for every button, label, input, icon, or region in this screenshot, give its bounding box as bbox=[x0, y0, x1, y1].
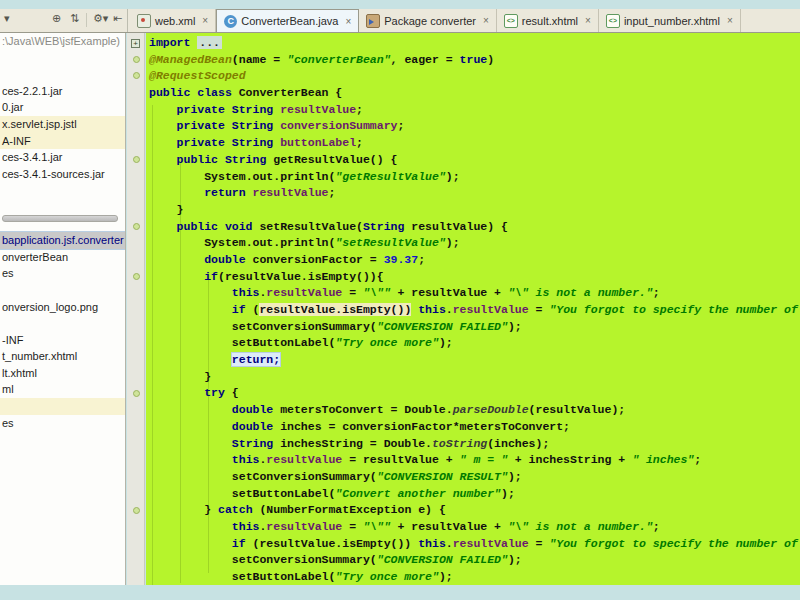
top-letterbox bbox=[0, 0, 800, 9]
code-line: setButtonLabel("Try once more"); bbox=[149, 335, 800, 352]
tab-converterbean-java[interactable]: C ConverterBean.java × bbox=[216, 9, 359, 32]
fold-marker-icon[interactable] bbox=[133, 273, 140, 280]
header-strip: ▾ ⊕ ⇅ ⚙▾ ⇤ web.xml × C ConverterBean.jav… bbox=[0, 9, 800, 33]
tree-item[interactable]: 0.jar bbox=[0, 99, 125, 116]
close-icon[interactable]: × bbox=[585, 15, 591, 26]
code-line: if (resultValue.isEmpty()) this.resultVa… bbox=[149, 302, 800, 319]
code-line: @ManagedBean(name = "converterBean", eag… bbox=[149, 52, 800, 69]
tree-item[interactable] bbox=[0, 315, 125, 332]
close-icon[interactable]: × bbox=[345, 16, 351, 27]
code-line: setButtonLabel("Convert another number")… bbox=[149, 486, 800, 503]
tree-separator-handle[interactable] bbox=[2, 215, 118, 222]
project-tree: :\Java\WEB\jsfExample)ces-2.2.1.jar0.jar… bbox=[0, 33, 125, 431]
tree-item[interactable]: es bbox=[0, 415, 125, 432]
code-area: import ...@ManagedBean(name = "converter… bbox=[149, 35, 800, 585]
code-line: public String getResultValue() { bbox=[149, 152, 800, 169]
panel-toolbar: ▾ ⊕ ⇅ ⚙▾ ⇤ bbox=[0, 9, 127, 32]
hide-panel-icon[interactable]: ⇤ bbox=[113, 12, 122, 25]
scroll-from-source-icon[interactable]: ⊕ bbox=[52, 12, 61, 25]
xhtml-file-icon: <> bbox=[504, 14, 518, 28]
tab-bar: web.xml × C ConverterBean.java × Package… bbox=[130, 9, 741, 32]
tree-item[interactable] bbox=[0, 282, 125, 299]
close-icon[interactable]: × bbox=[727, 15, 733, 26]
indent-guide bbox=[152, 105, 153, 585]
settings-gear-icon[interactable]: ⚙▾ bbox=[93, 12, 108, 25]
tree-item[interactable]: ces-2.2.1.jar bbox=[0, 83, 125, 100]
indent-guide bbox=[180, 163, 181, 583]
code-line: if (resultValue.isEmpty()) this.resultVa… bbox=[149, 536, 800, 553]
code-line: } bbox=[149, 202, 800, 219]
xhtml-file-icon: <> bbox=[606, 14, 620, 28]
tab-package-converter[interactable]: Package converter × bbox=[359, 9, 497, 32]
tab-label: result.xhtml bbox=[522, 15, 578, 27]
collapse-all-icon[interactable]: ⇅ bbox=[70, 12, 79, 25]
code-line: return; bbox=[149, 352, 800, 369]
tree-item[interactable] bbox=[0, 66, 125, 83]
code-line: setConversionSummary("CONVERSION FAILED"… bbox=[149, 552, 800, 569]
code-line: System.out.println("setResultValue"); bbox=[149, 235, 800, 252]
code-line: setButtonLabel("Try once more"); bbox=[149, 569, 800, 585]
fold-marker-icon[interactable] bbox=[133, 507, 140, 514]
project-sidebar: :\Java\WEB\jsfExample)ces-2.2.1.jar0.jar… bbox=[0, 33, 126, 585]
tree-item[interactable] bbox=[0, 50, 125, 67]
xml-file-icon bbox=[137, 14, 151, 28]
tree-item[interactable]: ces-3.4.1.jar bbox=[0, 149, 125, 166]
tree-item[interactable]: t_number.xhtml bbox=[0, 348, 125, 365]
code-line: @RequestScoped bbox=[149, 68, 800, 85]
tab-label: input_number.xhtml bbox=[624, 15, 720, 27]
code-line: public class ConverterBean { bbox=[149, 85, 800, 102]
code-line: double conversionFactor = 39.37; bbox=[149, 252, 800, 269]
fold-marker-icon[interactable] bbox=[133, 156, 140, 163]
code-line: this.resultValue = "\"" + resultValue + … bbox=[149, 285, 800, 302]
code-line: try { bbox=[149, 385, 800, 402]
code-line: return resultValue; bbox=[149, 185, 800, 202]
fold-marker-icon[interactable] bbox=[133, 223, 140, 230]
chevron-down-icon[interactable]: ▾ bbox=[4, 12, 10, 25]
tab-label: web.xml bbox=[155, 15, 195, 27]
package-icon bbox=[366, 14, 380, 28]
tree-item[interactable]: lt.xhtml bbox=[0, 365, 125, 382]
tab-label: ConverterBean.java bbox=[241, 15, 338, 27]
code-line: } catch (NumberFormatException e) { bbox=[149, 502, 800, 519]
toolbar-separator bbox=[86, 13, 87, 27]
tree-item[interactable]: :\Java\WEB\jsfExample) bbox=[0, 33, 125, 50]
close-icon[interactable]: × bbox=[483, 15, 489, 26]
tree-item[interactable]: -INF bbox=[0, 332, 125, 349]
tree-item[interactable]: onversion_logo.png bbox=[0, 299, 125, 316]
code-line: if(resultValue.isEmpty()){ bbox=[149, 269, 800, 286]
close-icon[interactable]: × bbox=[202, 15, 208, 26]
java-class-icon: C bbox=[224, 15, 237, 28]
code-line: String inchesString = Double.toString(in… bbox=[149, 436, 800, 453]
tree-item[interactable]: x.servlet.jsp.jstl bbox=[0, 116, 125, 133]
bottom-letterbox bbox=[0, 585, 800, 600]
fold-marker-icon[interactable] bbox=[133, 390, 140, 397]
tree-item[interactable]: ces-3.4.1-sources.jar bbox=[0, 166, 125, 183]
tree-item[interactable] bbox=[0, 398, 125, 415]
code-line: private String resultValue; bbox=[149, 102, 800, 119]
editor-gutter: + bbox=[127, 33, 145, 585]
tab-web-xml[interactable]: web.xml × bbox=[130, 9, 216, 32]
tree-item[interactable]: ml bbox=[0, 381, 125, 398]
tab-result-xhtml[interactable]: <> result.xhtml × bbox=[497, 9, 599, 32]
tree-item[interactable] bbox=[0, 199, 125, 216]
tree-item[interactable]: A-INF bbox=[0, 133, 125, 150]
fold-marker-icon[interactable] bbox=[133, 56, 140, 63]
code-line: System.out.println("getResultValue"); bbox=[149, 169, 800, 186]
tab-label: Package converter bbox=[384, 15, 476, 27]
indent-guide bbox=[208, 278, 209, 573]
code-editor[interactable]: import ...@ManagedBean(name = "converter… bbox=[146, 33, 800, 585]
tree-item[interactable]: bapplication.jsf.converter bbox=[0, 232, 125, 249]
code-line: private String buttonLabel; bbox=[149, 135, 800, 152]
code-line: import ... bbox=[149, 35, 800, 52]
code-line: } bbox=[149, 369, 800, 386]
tree-item[interactable]: onverterBean bbox=[0, 249, 125, 266]
tree-item[interactable] bbox=[0, 182, 125, 199]
fold-marker-icon[interactable] bbox=[133, 72, 140, 79]
code-line: double inches = conversionFactor*metersT… bbox=[149, 419, 800, 436]
code-line: double metersToConvert = Double.parseDou… bbox=[149, 402, 800, 419]
fold-plus-icon[interactable]: + bbox=[131, 39, 140, 48]
panel-divider bbox=[127, 9, 128, 32]
tree-item[interactable]: es bbox=[0, 265, 125, 282]
tab-input-number-xhtml[interactable]: <> input_number.xhtml × bbox=[599, 9, 741, 32]
code-line: this.resultValue = "\"" + resultValue + … bbox=[149, 519, 800, 536]
